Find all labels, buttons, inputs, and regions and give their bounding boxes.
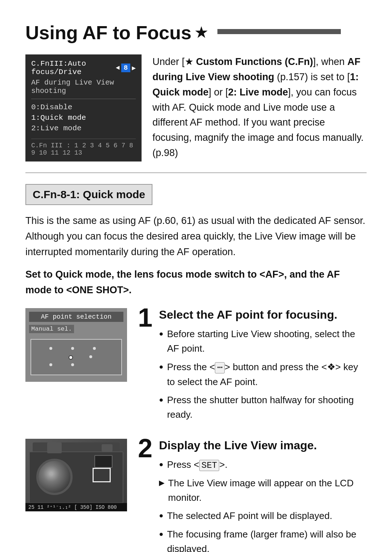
af-dot-6 [71,363,74,366]
af-dot-1 [49,347,52,350]
intro-line1: Under [ [152,56,185,67]
step-1-bullet-1-text: Before starting Live View shooting, sele… [167,327,367,356]
set-button-icon: SET [199,460,219,471]
step-1-bullet-3-text: Press the shutter button halfway for sho… [167,393,367,422]
bullet-arrow-1: ▶ [159,477,164,488]
af-dot-3 [93,347,96,350]
step-1-bullets: ● Before starting Live View shooting, se… [159,327,367,422]
step-1-bullet-2-text: Press the <⋯> button and press the <❖> k… [167,360,367,389]
bullet-dot-s2-3: ● [159,510,163,521]
bullet-dot-1: ● [159,328,163,339]
bullet-dot-2: ● [159,361,163,372]
step-1-bullet-1: ● Before starting Live View shooting, se… [159,327,367,356]
title-decoration [217,29,341,34]
steps-area: AF point selection Manual sel. 1 Select … [25,308,367,552]
mode2: 2: Live mode [228,87,288,98]
cfn-section-header: C.Fn-8-1: Quick mode [25,184,152,205]
step-2-bullet-2-text: The Live View image will appear on the L… [168,476,367,505]
menu-box: C.FnIII:Auto focus/Drive ◄ 8 ▶ AF during… [25,54,142,161]
af-box-header: AF point selection [29,312,123,322]
intro-line3: (p.157) is set to [ [274,71,350,82]
step-2-row: 25 11 ²⁺¹⁻₁.₁² [ 350] ISO 800 2 Display … [25,439,367,552]
step-2-bullet-3: ● The selected AF point will be displaye… [159,508,367,523]
step-2-bullets: ● Press <SET>. ▶ The Live View image wil… [159,457,367,552]
menu-header-title: C.FnIII:Auto focus/Drive [31,60,116,76]
af-dot-2 [71,347,74,350]
menu-nav: ◄ 8 ▶ [116,64,136,72]
menu-footer: C.Fn III : 1 2 3 4 5 6 7 8 9 10 11 12 13 [31,139,136,156]
nav-arrow: ◄ [116,64,120,71]
intro-text: Under [★ Custom Functions (C.Fn)], when … [152,54,367,161]
step-2-bullet-4-text: The focusing frame (larger frame) will a… [167,527,367,552]
title-star: ★ [195,25,207,41]
step-1-bullet-2: ● Press the <⋯> button and press the <❖>… [159,360,367,389]
camera-image: 25 11 ²⁺¹⁻₁.₁² [ 350] ISO 800 [25,439,127,511]
cfn-bold-line: Set to Quick mode, the lens focus mode s… [25,267,367,298]
menu-header: C.FnIII:Auto focus/Drive ◄ 8 ▶ [31,60,136,76]
af-dot-center [69,355,73,360]
page-title: Using AF to Focus★ [25,22,367,44]
menu-divider [31,99,136,99]
af-box-label: Manual sel. [29,325,74,333]
camera-status-text: 25 11 ²⁺¹⁻₁.₁² [ 350] ISO 800 [28,504,117,510]
step-1-bullet-3: ● Press the shutter button halfway for s… [159,393,367,422]
step-2-number: 2 [138,435,152,461]
intro-line2: ], when [313,56,348,67]
af-point-box: AF point selection Manual sel. [25,308,127,382]
menu-option-2: 2:Live mode [31,123,136,134]
menu-option-0: 0:Disable [31,102,136,113]
step-2-bullet-1: ● Press <SET>. [159,457,367,472]
custom-fn-label: Custom Functions (C.Fn) [196,56,313,67]
step-2-bullet-2: ▶ The Live View image will appear on the… [159,476,367,505]
menu-sub: AF during Live View shooting [31,78,136,95]
intro-line4: ] or [ [209,87,228,98]
step-2-bullet-3-text: The selected AF point will be displayed. [167,508,332,523]
cfn-body-text: This is the same as using AF (p.60, 61) … [25,213,367,260]
bullet-dot-s2-1: ● [159,459,163,470]
button-icon: ⋯ [215,362,224,373]
top-section: C.FnIII:Auto focus/Drive ◄ 8 ▶ AF during… [25,54,367,173]
nav-badge: 8 [121,64,130,72]
step-2-content: 2 Display the Live View image. ● Press <… [138,439,367,552]
step-2-bullet-1-text: Press <SET>. [167,457,228,472]
step-1-row: AF point selection Manual sel. 1 Select … [25,308,367,426]
af-grid [30,339,122,375]
nav-arrow-right: ▶ [132,64,136,72]
menu-option-1: 1:Quick mode [31,113,136,123]
step-1-title: Select the AF point for focusing. [159,308,367,322]
af-dot-4 [89,355,92,358]
af-dot-5 [49,363,52,366]
bullet-dot-3: ● [159,394,163,405]
step-1-content: 1 Select the AF point for focusing. ● Be… [138,308,367,426]
title-text: Using AF to Focus [25,22,191,44]
step-2-bullet-4: ● The focusing frame (larger frame) will… [159,527,367,552]
step-1-number: 1 [138,304,152,331]
bullet-dot-s2-4: ● [159,528,163,540]
step-2-title: Display the Live View image. [159,439,367,452]
